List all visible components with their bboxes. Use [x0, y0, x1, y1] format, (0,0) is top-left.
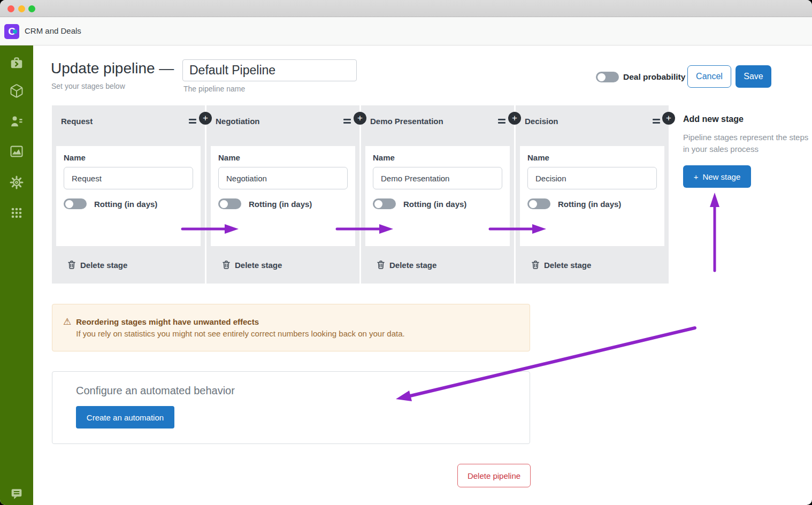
new-stage-button-label: New stage: [702, 172, 740, 181]
apps-grid-icon[interactable]: [9, 205, 24, 220]
warning-title: Reordering stages might have unwanted ef…: [76, 317, 404, 326]
stage-title: Negotiation: [216, 117, 260, 126]
trash-icon: [68, 261, 75, 269]
stage-card: Name Rotting (in days): [365, 146, 510, 246]
automation-panel: Configure an automated behavior Create a…: [52, 371, 530, 444]
cancel-button[interactable]: Cancel: [687, 65, 731, 88]
delete-stage-label: Delete stage: [235, 261, 282, 270]
page-subtitle: Set your stages below: [51, 82, 125, 90]
add-stage-title: Add new stage: [683, 114, 812, 124]
warning-triangle-icon: ⚠: [63, 317, 71, 338]
contacts-icon[interactable]: [9, 114, 24, 129]
package-products-icon[interactable]: [9, 83, 24, 98]
rotting-toggle[interactable]: [218, 198, 241, 209]
add-stage-between-button[interactable]: +: [354, 112, 366, 125]
add-stage-description: Pipeline stages represent the steps in y…: [683, 132, 812, 155]
delete-stage-label: Delete stage: [544, 261, 591, 270]
rotting-toggle[interactable]: [64, 198, 87, 209]
drag-handle-icon[interactable]: [343, 119, 351, 125]
rotting-label: Rotting (in days): [403, 200, 466, 209]
stage-name-input[interactable]: [218, 167, 348, 189]
stage-title: Demo Presentation: [370, 117, 443, 126]
create-automation-button[interactable]: Create an automation: [76, 406, 174, 429]
delete-stage-button[interactable]: Delete stage: [206, 246, 359, 284]
new-stage-button[interactable]: + New stage: [683, 165, 751, 188]
delete-stage-button[interactable]: Delete stage: [52, 246, 205, 284]
stage-card: Name Rotting (in days): [520, 146, 664, 246]
stage-column-decision: Decision Name Rotting (in days) Delete s…: [516, 105, 669, 284]
deal-probability-label: Deal probability: [623, 72, 685, 82]
add-stage-end-button[interactable]: +: [662, 112, 675, 125]
rotting-label: Rotting (in days): [249, 200, 312, 209]
stage-column-request: Request Name Rotting (in days) Delete st…: [52, 105, 205, 284]
stage-name-label: Name: [64, 153, 193, 162]
page-title: Update pipeline —: [51, 60, 174, 77]
drag-handle-icon[interactable]: [653, 119, 660, 125]
automation-title: Configure an automated behavior: [76, 385, 530, 397]
rotting-label: Rotting (in days): [94, 200, 157, 209]
minimize-window-icon[interactable]: [18, 5, 25, 12]
deal-probability-toggle[interactable]: [596, 72, 619, 82]
rotting-label: Rotting (in days): [558, 200, 621, 209]
chat-feedback-icon[interactable]: [9, 486, 24, 501]
chart-image-reports-icon[interactable]: [9, 144, 24, 159]
macos-titlebar: [0, 0, 812, 17]
close-window-icon[interactable]: [7, 5, 14, 12]
stage-name-label: Name: [218, 153, 348, 162]
rotting-toggle[interactable]: [373, 198, 396, 209]
app-logo: C: [4, 24, 19, 39]
stage-name-label: Name: [527, 153, 657, 162]
stage-column-demo-presentation: Demo Presentation Name Rotting (in days)…: [361, 105, 514, 284]
stage-column-negotiation: Negotiation Name Rotting (in days) Delet…: [206, 105, 359, 284]
add-new-stage-panel: Add new stage Pipeline stages represent …: [683, 114, 812, 188]
drag-handle-icon[interactable]: [498, 119, 505, 125]
briefcase-deals-icon[interactable]: [9, 56, 24, 71]
app-header: C CRM and Deals: [0, 17, 812, 45]
stage-title: Request: [61, 117, 93, 126]
stage-name-input[interactable]: [64, 167, 193, 189]
stage-name-input[interactable]: [373, 167, 502, 189]
sidebar-nav: [0, 45, 33, 505]
stage-card: Name Rotting (in days): [211, 146, 355, 246]
delete-stage-label: Delete stage: [80, 261, 127, 270]
plus-icon: +: [694, 172, 699, 181]
warning-body: If you rely on statistics you might not …: [76, 329, 404, 338]
stage-name-input[interactable]: [527, 167, 657, 189]
pipeline-name-input[interactable]: [182, 59, 357, 81]
trash-icon: [377, 261, 385, 269]
save-button[interactable]: Save: [736, 65, 771, 88]
app-title: CRM and Deals: [25, 26, 81, 35]
trash-icon: [223, 261, 230, 269]
zoom-window-icon[interactable]: [28, 5, 35, 12]
drag-handle-icon[interactable]: [189, 119, 196, 125]
delete-stage-button[interactable]: Delete stage: [361, 246, 514, 284]
gear-settings-icon[interactable]: [9, 175, 24, 190]
rotting-toggle[interactable]: [527, 198, 550, 209]
trash-icon: [532, 261, 539, 269]
delete-stage-label: Delete stage: [389, 261, 436, 270]
stage-title: Decision: [525, 117, 558, 126]
stage-card: Name Rotting (in days): [56, 146, 201, 246]
app-window: C CRM and Deals Update pipeline — Set yo…: [0, 0, 812, 505]
pipeline-name-helper: The pipeline name: [183, 85, 245, 93]
reorder-warning-banner: ⚠ Reordering stages might have unwanted …: [52, 304, 530, 351]
add-stage-between-button[interactable]: +: [199, 112, 212, 125]
stage-name-label: Name: [373, 153, 502, 162]
stages-row: Request Name Rotting (in days) Delete st…: [52, 105, 669, 284]
add-stage-between-button[interactable]: +: [508, 112, 521, 125]
delete-pipeline-button[interactable]: Delete pipeline: [457, 464, 531, 487]
delete-stage-button[interactable]: Delete stage: [516, 246, 669, 284]
